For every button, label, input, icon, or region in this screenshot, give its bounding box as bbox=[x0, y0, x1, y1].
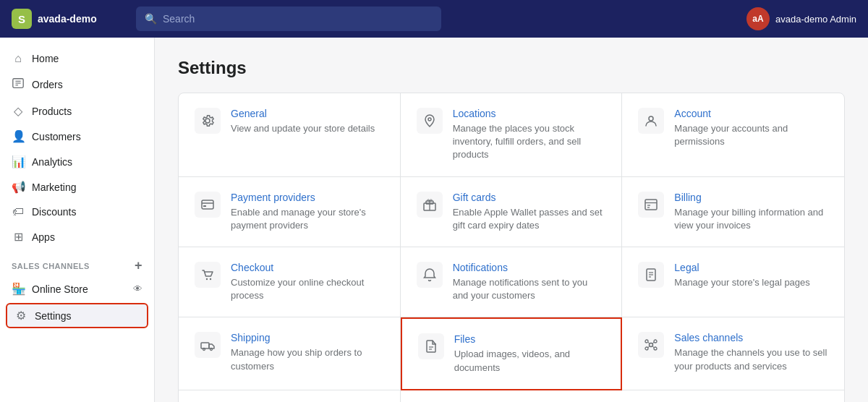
orders-icon bbox=[12, 77, 25, 93]
settings-grid-card: General View and update your store detai… bbox=[178, 93, 845, 402]
sidebar-item-orders[interactable]: Orders bbox=[0, 71, 154, 98]
settings-item-title: Checkout bbox=[231, 262, 384, 273]
settings-item-checkout[interactable]: Checkout Customize your online checkout … bbox=[179, 247, 401, 317]
store-icon: 🏪 bbox=[12, 282, 25, 296]
settings-item-desc: View and update your store details bbox=[231, 122, 384, 135]
svg-rect-12 bbox=[645, 200, 657, 210]
settings-item-title: Payment providers bbox=[231, 192, 384, 203]
settings-item-legal[interactable]: Legal Manage your store's legal pages bbox=[622, 247, 844, 317]
sidebar-item-apps[interactable]: ⊞ Apps bbox=[0, 224, 154, 249]
account-icon bbox=[638, 108, 664, 134]
gear-icon bbox=[195, 108, 221, 134]
svg-line-35 bbox=[652, 346, 654, 348]
app-layout: ⌂ Home Orders ◇ Products 👤 Customers 📊 A… bbox=[0, 38, 868, 402]
svg-point-28 bbox=[645, 340, 648, 343]
svg-point-29 bbox=[654, 340, 657, 343]
sidebar-item-label: Settings bbox=[35, 310, 72, 322]
settings-item-taxes[interactable]: Taxes Manage how your store charges taxe… bbox=[179, 390, 401, 402]
files-icon bbox=[418, 333, 444, 359]
products-icon: ◇ bbox=[12, 104, 25, 118]
settings-item-payment-providers[interactable]: Payment providers Enable and manage your… bbox=[179, 177, 401, 247]
settings-item-content: Gift cards Enable Apple Wallet passes an… bbox=[453, 192, 606, 232]
analytics-icon: 📊 bbox=[12, 155, 25, 168]
sidebar-item-products[interactable]: ◇ Products bbox=[0, 98, 154, 124]
settings-item-sales-channels[interactable]: Sales channels Manage the channels you u… bbox=[622, 317, 844, 390]
apps-icon: ⊞ bbox=[12, 230, 25, 244]
svg-point-24 bbox=[210, 348, 213, 351]
search-input[interactable] bbox=[163, 13, 433, 25]
svg-point-27 bbox=[650, 343, 653, 347]
settings-item-desc: Manage your accounts and permissions bbox=[674, 122, 828, 148]
settings-item-notifications[interactable]: Notifications Manage notifications sent … bbox=[401, 247, 623, 317]
gift-icon bbox=[417, 192, 443, 218]
bell-icon bbox=[417, 262, 443, 288]
sidebar: ⌂ Home Orders ◇ Products 👤 Customers 📊 A… bbox=[0, 38, 155, 402]
sidebar-item-home[interactable]: ⌂ Home bbox=[0, 46, 154, 71]
settings-item-files[interactable]: Files Upload images, videos, and documen… bbox=[401, 317, 623, 390]
settings-item-desc: Customize your online checkout process bbox=[231, 276, 384, 302]
settings-item-billing[interactable]: Billing Manage your billing information … bbox=[622, 177, 844, 247]
settings-item-content: Account Manage your accounts and permiss… bbox=[674, 108, 828, 148]
settings-item-title: Billing bbox=[674, 192, 828, 203]
settings-item-title: General bbox=[231, 108, 384, 119]
svg-line-34 bbox=[648, 346, 650, 348]
store-visibility-icon: 👁 bbox=[133, 283, 142, 294]
add-sales-channel-icon[interactable]: + bbox=[135, 258, 142, 273]
sidebar-item-label: Marketing bbox=[32, 181, 76, 193]
discounts-icon: 🏷 bbox=[12, 205, 25, 218]
store-logo-area[interactable]: S avada-demo bbox=[12, 9, 127, 29]
settings-item-locations[interactable]: Locations Manage the places you stock in… bbox=[401, 93, 623, 177]
user-menu[interactable]: aA avada-demo Admin bbox=[746, 7, 856, 30]
search-bar[interactable]: 🔍 bbox=[136, 7, 441, 31]
sidebar-item-discounts[interactable]: 🏷 Discounts bbox=[0, 200, 154, 224]
sidebar-item-label: Apps bbox=[32, 231, 55, 243]
settings-item-content: Files Upload images, videos, and documen… bbox=[454, 333, 605, 374]
settings-item-account[interactable]: Account Manage your accounts and permiss… bbox=[622, 93, 844, 177]
sidebar-item-label: Analytics bbox=[32, 156, 72, 168]
settings-item-gift-cards[interactable]: Gift cards Enable Apple Wallet passes an… bbox=[401, 177, 623, 247]
svg-line-32 bbox=[648, 342, 650, 344]
svg-point-31 bbox=[654, 347, 657, 350]
svg-point-23 bbox=[203, 348, 205, 351]
avatar: aA bbox=[746, 7, 770, 30]
sidebar-item-marketing[interactable]: 📢 Marketing bbox=[0, 174, 154, 200]
sidebar-item-customers[interactable]: 👤 Customers bbox=[0, 124, 154, 149]
settings-item-title: Account bbox=[674, 108, 828, 119]
settings-item-title: Locations bbox=[453, 108, 606, 119]
shopify-logo-icon: S bbox=[12, 9, 32, 29]
svg-point-30 bbox=[645, 347, 648, 350]
svg-rect-8 bbox=[203, 205, 206, 207]
settings-item-shipping[interactable]: Shipping Manage how you ship orders to c… bbox=[179, 317, 401, 390]
location-icon bbox=[417, 108, 443, 134]
home-icon: ⌂ bbox=[12, 52, 25, 65]
sidebar-item-label: Home bbox=[32, 53, 59, 64]
sidebar-item-label: Online Store bbox=[32, 283, 88, 295]
sidebar-item-label: Orders bbox=[32, 79, 63, 90]
settings-item-title: Notifications bbox=[453, 262, 606, 273]
settings-item-desc: Manage your billing information and view… bbox=[674, 206, 828, 232]
sidebar-item-analytics[interactable]: 📊 Analytics bbox=[0, 149, 154, 174]
settings-item-desc: Manage notifications sent to you and you… bbox=[453, 276, 606, 302]
settings-item-title: Shipping bbox=[231, 332, 384, 343]
sales-channels-section: SALES CHANNELS + bbox=[0, 249, 154, 276]
settings-grid: General View and update your store detai… bbox=[179, 93, 844, 402]
settings-icon: ⚙ bbox=[14, 309, 27, 322]
settings-item-desc: Upload images, videos, and documents bbox=[454, 348, 605, 374]
settings-item-desc: Manage the channels you use to sell your… bbox=[674, 346, 828, 372]
sidebar-item-settings[interactable]: ⚙ Settings bbox=[6, 303, 148, 328]
settings-item-desc: Manage your store's legal pages bbox=[674, 276, 828, 289]
settings-item-general[interactable]: General View and update your store detai… bbox=[179, 93, 401, 177]
svg-rect-22 bbox=[201, 343, 209, 348]
sidebar-item-online-store[interactable]: 🏪 Online Store 👁 bbox=[0, 276, 154, 302]
settings-item-desc: Enable Apple Wallet passes and set gift … bbox=[453, 206, 606, 232]
svg-point-5 bbox=[649, 116, 653, 121]
page-title: Settings bbox=[178, 58, 845, 78]
search-icon: 🔍 bbox=[145, 13, 157, 25]
main-content: Settings General View and update your st… bbox=[155, 38, 868, 402]
settings-item-content: Sales channels Manage the channels you u… bbox=[674, 332, 828, 372]
legal-icon bbox=[638, 262, 664, 288]
svg-rect-6 bbox=[202, 200, 213, 209]
settings-item-content: Notifications Manage notifications sent … bbox=[453, 262, 606, 302]
marketing-icon: 📢 bbox=[12, 180, 25, 194]
settings-item-content: Locations Manage the places you stock in… bbox=[453, 108, 606, 162]
